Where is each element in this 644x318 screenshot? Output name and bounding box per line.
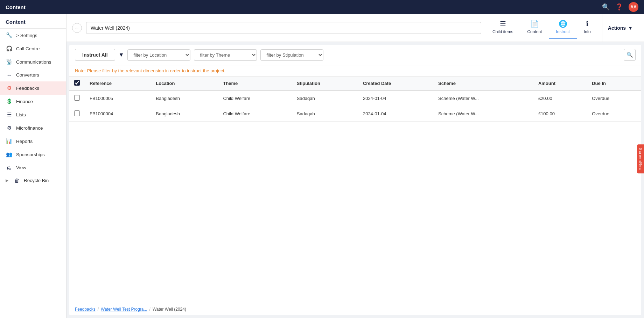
table-row: FB1000005 Bangladesh Child Welfare Sadaq… — [69, 91, 641, 106]
sidebar-item-reports[interactable]: 📊 Reports — [0, 135, 66, 148]
content-icon: 📄 — [530, 20, 539, 28]
breadcrumb-feedbacks[interactable]: Feedbacks — [75, 307, 96, 312]
feedbacks-icon: ⚙ — [6, 85, 13, 91]
sidebar-header: Content — [0, 14, 66, 29]
page-title-input[interactable] — [86, 22, 481, 34]
row-checkbox-cell — [69, 91, 85, 106]
child-items-icon: ☰ — [500, 20, 506, 28]
reports-icon: 📊 — [6, 138, 13, 144]
breadcrumb: Feedbacks / Water Well Test Progra... / … — [69, 303, 641, 315]
sidebar-item-label: View — [16, 165, 26, 170]
app-title: Content — [6, 4, 26, 10]
table-header-created-date: Created Date — [358, 77, 433, 91]
sidebar-item-lists[interactable]: ☰ Lists — [0, 108, 66, 121]
screencap-watermark: ScreenRec — [637, 144, 644, 173]
select-all-checkbox[interactable] — [74, 80, 80, 86]
tab-content[interactable]: 📄 Content — [520, 17, 549, 39]
breadcrumb-sep-1: / — [98, 307, 99, 312]
search-button[interactable]: 🔍 — [624, 49, 636, 61]
info-icon: ℹ — [586, 20, 589, 28]
content-area: ← ☰ Child items 📄 Content 🌐 Instruct ℹ I — [66, 14, 644, 318]
content-header: ← ☰ Child items 📄 Content 🌐 Instruct ℹ I — [66, 14, 644, 42]
sidebar-item-view[interactable]: 🗂 View — [0, 161, 66, 174]
help-icon[interactable]: ❓ — [615, 3, 623, 11]
table-header-reference: Reference — [85, 77, 151, 91]
tab-instruct-label: Instruct — [556, 29, 569, 34]
instruct-table: Reference Location Theme Stipulation Cre… — [69, 77, 641, 122]
sidebar-item-label: Reports — [16, 139, 33, 144]
theme-filter[interactable]: filter by Theme Child Welfare Education … — [194, 49, 257, 61]
note-bar: Note: Please filter by the relevant dime… — [69, 65, 641, 77]
topbar: Content 🔍 ❓ AA — [0, 0, 644, 14]
table-header-row: Reference Location Theme Stipulation Cre… — [69, 77, 641, 91]
row-stipulation: Sadaqah — [292, 91, 358, 106]
sidebar-item-label: Sponsorships — [16, 152, 45, 157]
row-due-in: Overdue — [587, 91, 641, 106]
sidebar-item-settings[interactable]: 🔧 > Settings — [0, 29, 66, 42]
sidebar-item-sponsorships[interactable]: 👥 Sponsorships — [0, 148, 66, 161]
tab-info[interactable]: ℹ Info — [577, 17, 598, 39]
row-checkbox[interactable] — [74, 95, 80, 101]
sponsorships-icon: 👥 — [6, 151, 13, 158]
table-header-checkbox — [69, 77, 85, 91]
sidebar-item-label: Feedbacks — [16, 86, 39, 91]
microfinance-icon: ⚙ — [6, 125, 13, 131]
lists-icon: ☰ — [6, 111, 13, 118]
recycle-bin-icon: 🗑 — [13, 178, 20, 183]
converters-icon: ↔ — [6, 72, 13, 78]
finance-icon: 💲 — [6, 98, 13, 104]
table-container: Reference Location Theme Stipulation Cre… — [69, 77, 641, 303]
sidebar-item-feedbacks[interactable]: ⚙ Feedbacks — [0, 81, 66, 95]
communications-icon: 📡 — [6, 59, 13, 65]
sidebar-item-label: Communications — [16, 59, 51, 65]
breadcrumb-water-well-test[interactable]: Water Well Test Progra... — [101, 307, 147, 312]
row-amount: £100.00 — [533, 106, 587, 122]
sidebar-item-label: Call Centre — [16, 46, 40, 51]
header-nav: ☰ Child items 📄 Content 🌐 Instruct ℹ Inf… — [485, 17, 598, 39]
row-checkbox[interactable] — [74, 110, 80, 116]
tab-info-label: Info — [584, 29, 591, 34]
table-row: FB1000004 Bangladesh Child Welfare Sadaq… — [69, 106, 641, 122]
sidebar-item-microfinance[interactable]: ⚙ Microfinance — [0, 121, 66, 135]
row-created-date: 2024-01-04 — [358, 91, 433, 106]
instruct-all-button[interactable]: Instruct All — [75, 49, 115, 61]
tab-child-items[interactable]: ☰ Child items — [485, 17, 520, 39]
table-header-stipulation: Stipulation — [292, 77, 358, 91]
sidebar-item-finance[interactable]: 💲 Finance — [0, 95, 66, 108]
table-header-location: Location — [151, 77, 218, 91]
sidebar-item-recycle-bin[interactable]: ▶ 🗑 Recycle Bin — [0, 174, 66, 187]
actions-label: Actions — [608, 25, 626, 31]
sidebar-item-label: Converters — [16, 72, 39, 78]
sidebar-item-label: Finance — [16, 99, 33, 104]
main-layout: Content 🔧 > Settings 🎧 Call Centre 📡 Com… — [0, 14, 644, 318]
sidebar-item-communications[interactable]: 📡 Communications — [0, 55, 66, 68]
instruct-icon: 🌐 — [559, 20, 567, 28]
actions-button[interactable]: Actions ▼ — [602, 14, 638, 42]
sidebar-item-label: Microfinance — [16, 125, 43, 131]
row-checkbox-cell — [69, 106, 85, 122]
sidebar: Content 🔧 > Settings 🎧 Call Centre 📡 Com… — [0, 14, 66, 318]
tab-content-label: Content — [527, 29, 542, 34]
row-stipulation: Sadaqah — [292, 106, 358, 122]
row-scheme: Scheme (Water W... — [433, 106, 533, 122]
back-button[interactable]: ← — [72, 23, 82, 33]
location-filter[interactable]: filter by Location Bangladesh Pakistan S… — [127, 49, 190, 61]
tab-instruct[interactable]: 🌐 Instruct — [549, 17, 576, 39]
sidebar-item-converters[interactable]: ↔ Converters — [0, 68, 66, 81]
stipulation-filter[interactable]: filter by Stipulation Sadaqah Zakat Lill… — [260, 49, 323, 61]
row-reference: FB1000005 — [85, 91, 151, 106]
sidebar-item-call-centre[interactable]: 🎧 Call Centre — [0, 42, 66, 55]
call-centre-icon: 🎧 — [6, 45, 13, 52]
row-scheme: Scheme (Water W... — [433, 91, 533, 106]
row-created-date: 2024-01-04 — [358, 106, 433, 122]
breadcrumb-current: Water Well (2024) — [153, 307, 186, 312]
avatar[interactable]: AA — [629, 2, 638, 12]
row-location: Bangladesh — [151, 91, 218, 106]
row-theme: Child Welfare — [218, 91, 292, 106]
instruct-panel: Instruct All ▼ filter by Location Bangla… — [69, 45, 641, 315]
tab-child-items-label: Child items — [492, 29, 513, 34]
row-amount: £20.00 — [533, 91, 587, 106]
sidebar-item-label: > Settings — [16, 33, 37, 38]
table-header-scheme: Scheme — [433, 77, 533, 91]
search-icon[interactable]: 🔍 — [602, 3, 610, 11]
